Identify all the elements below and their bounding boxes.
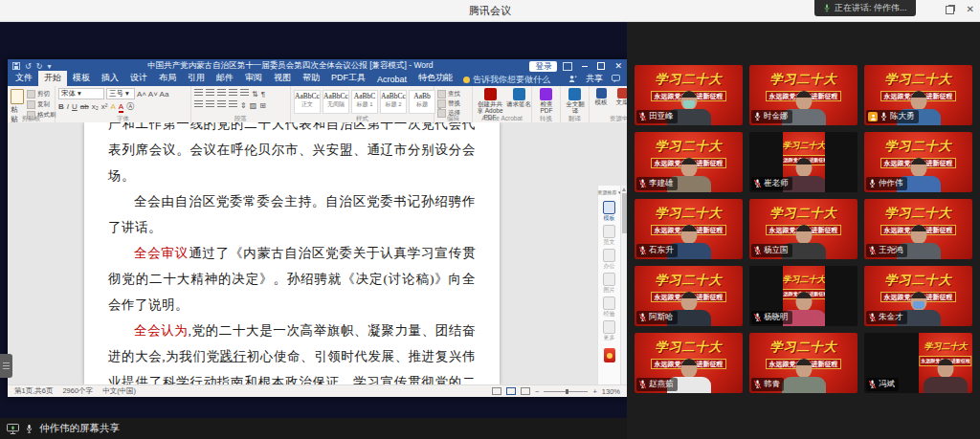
line-spacing-icon[interactable]: ⇕ (240, 101, 247, 110)
zoom-slider[interactable] (544, 391, 588, 392)
tab-模板[interactable]: 模板 (67, 71, 96, 86)
participant-tile[interactable]: 学习二十大永远跟党走 奋进新征程韩青 (749, 333, 858, 393)
zoom-in-icon[interactable]: + (592, 387, 596, 396)
font-size-select[interactable]: 三号 ▾ (106, 88, 135, 99)
scrollbar-thumb[interactable] (622, 193, 627, 233)
word-count[interactable]: 2960个字 (62, 386, 93, 396)
participant-tile[interactable]: 学习二十大永远跟党走 奋进新征程石东升 (635, 199, 743, 259)
style-标题[interactable]: AaBb标题 (409, 90, 435, 114)
font-grow-shrink-icons[interactable]: A˄ A˅ Aa (137, 90, 168, 99)
pilcrow-icon[interactable]: ¶ (261, 90, 265, 99)
tab-邮件[interactable]: 邮件 (211, 71, 239, 86)
sidebar-item-更多[interactable]: 更多 (603, 320, 615, 341)
style-标题 1[interactable]: AaBbC标题 1 (351, 90, 378, 114)
participant-tile[interactable]: 学习二十大永远跟党走 奋进新征程杨立国 (749, 199, 858, 259)
tab-布局[interactable]: 布局 (153, 71, 182, 86)
bullet-list-icon[interactable] (194, 89, 203, 97)
participant-tile[interactable]: 学习二十大永远跟党走 奋进新征程仲作伟 (864, 132, 972, 192)
zoom-level[interactable]: 130% (602, 387, 620, 396)
share-button[interactable]: 共享 (586, 73, 603, 85)
multilevel-list-icon[interactable] (217, 89, 226, 97)
resource-模板[interactable]: 模板 (592, 88, 610, 105)
tab-文件[interactable]: 文件 (10, 71, 38, 86)
redo-icon[interactable]: ↻ (36, 62, 43, 71)
indent-icon[interactable] (240, 89, 249, 97)
participant-tile[interactable]: 学习二十大永远跟党走 奋进新征程杨晓明 (749, 266, 858, 326)
word-close-icon[interactable]: ✕ (614, 62, 622, 71)
participant-tile[interactable]: 学习二十大永远跟党走 奋进新征程陈大勇 (864, 65, 972, 125)
sidebar-item-范文[interactable]: 范文 (603, 225, 615, 246)
borders-icon[interactable]: ⊞ (259, 101, 266, 110)
sidebar-item-经验[interactable]: 经验 (603, 296, 615, 318)
zoom-out-icon[interactable]: − (535, 387, 539, 396)
participant-tile[interactable]: 学习二十大永远跟党走 奋进新征程时金娜 (749, 65, 858, 125)
zoom-slider-thumb[interactable] (566, 389, 568, 394)
justify-icon[interactable] (229, 100, 237, 108)
check-pdf-button[interactable]: 检查PDF (535, 88, 557, 114)
red-packet-icon[interactable] (604, 348, 615, 362)
outdent-icon[interactable] (229, 89, 237, 97)
translate-button[interactable]: 全文翻译 (564, 88, 586, 114)
tab-视图[interactable]: 视图 (268, 71, 297, 86)
font-name-select[interactable]: 宋体 ▾ (58, 88, 104, 99)
document-page[interactable]: 产和工作第一线的党的二十大代表和自治区第十一次党代会代表列席会议。会议在呼伦贝尔… (84, 122, 500, 384)
restore-window-icon[interactable] (946, 6, 954, 14)
sort-icon[interactable]: ⇅ (252, 90, 258, 99)
save-icon[interactable] (12, 62, 20, 70)
number-list-icon[interactable] (206, 89, 214, 97)
tab-开始[interactable]: 开始 (38, 71, 67, 86)
participant-tile[interactable]: 学习二十大永远跟党走 奋进新征程赵燕茹 (635, 333, 743, 393)
shading-icon[interactable]: ▨ (250, 101, 257, 110)
participant-tile[interactable]: 学习二十大永远跟党走 奋进新征程冯斌 (864, 333, 972, 393)
participant-tile[interactable]: 学习二十大永远跟党走 奋进新征程王尧鸿 (864, 199, 972, 259)
tab-PDF工具[interactable]: PDF工具 (325, 71, 371, 86)
tab-帮助[interactable]: 帮助 (297, 71, 325, 86)
italic-button[interactable]: I (67, 102, 69, 111)
print-layout-icon[interactable] (506, 387, 516, 395)
font-color-button[interactable]: A (119, 102, 123, 113)
tab-设计[interactable]: 设计 (124, 71, 153, 86)
undo-icon[interactable]: ↺ (25, 62, 32, 71)
participant-tile[interactable]: 学习二十大永远跟党走 奋进新征程李建雄 (635, 132, 743, 192)
qat-more-icon[interactable]: ▾ (47, 62, 51, 71)
participant-tile[interactable]: 学习二十大永远跟党走 奋进新征程崔老师 (749, 132, 858, 192)
comment-icon[interactable] (612, 75, 620, 83)
login-button[interactable]: 登录 (529, 61, 557, 72)
replace-button[interactable]: 替换 (437, 99, 469, 108)
align-right-icon[interactable] (217, 100, 226, 108)
superscript-button[interactable]: x² (101, 102, 108, 111)
style-标题 2[interactable]: AaBbCc标题 2 (380, 90, 407, 114)
strikethrough-button[interactable]: ab (80, 102, 89, 111)
participant-tile[interactable]: 学习二十大永远跟党走 奋进新征程阿斯哈 (635, 266, 743, 326)
style-正文[interactable]: AaBbCcDd正文 (294, 90, 321, 114)
copy-button[interactable]: 复制 (27, 100, 56, 109)
language-indicator[interactable]: 中文(中国) (102, 386, 136, 396)
sidebar-item-模板[interactable]: 模板 (603, 201, 615, 222)
resource-sidebar-header[interactable]: 资源推荐 ▾ (597, 189, 620, 197)
word-restore-icon[interactable] (597, 62, 605, 70)
word-minimize-icon[interactable] (582, 66, 588, 67)
char-shading-button[interactable]: Ⓐ (126, 101, 134, 112)
cut-button[interactable]: 剪切 (27, 90, 56, 99)
align-left-icon[interactable] (194, 100, 203, 108)
page-indicator[interactable]: 第1页,共6页 (14, 386, 53, 396)
read-mode-icon[interactable] (492, 387, 501, 395)
participant-tile[interactable]: 学习二十大永远跟党走 奋进新征程田亚峰 (635, 65, 743, 125)
tab-插入[interactable]: 插入 (96, 71, 124, 86)
scroll-up-icon[interactable] (622, 187, 626, 191)
underline-button[interactable]: U (72, 102, 78, 111)
document-scrollbar[interactable] (620, 186, 627, 384)
sidebar-item-图片[interactable]: 图片 (603, 273, 615, 294)
tab-审阅[interactable]: 审阅 (239, 71, 268, 86)
close-window-icon[interactable]: ✕ (967, 5, 974, 14)
style-无间隔[interactable]: AaBbCcDd无间隔 (323, 90, 349, 114)
subscript-button[interactable]: x₂ (92, 102, 99, 111)
sidebar-item-办公[interactable]: 办公 (603, 249, 615, 270)
align-center-icon[interactable] (206, 100, 214, 108)
web-layout-icon[interactable] (521, 387, 530, 395)
tab-引用[interactable]: 引用 (182, 71, 211, 86)
resource-文库[interactable]: 文库 (613, 88, 627, 105)
bold-button[interactable]: B (58, 102, 64, 111)
find-button[interactable]: 查找 (437, 90, 469, 99)
ribbon-display-options-icon[interactable] (563, 62, 572, 71)
